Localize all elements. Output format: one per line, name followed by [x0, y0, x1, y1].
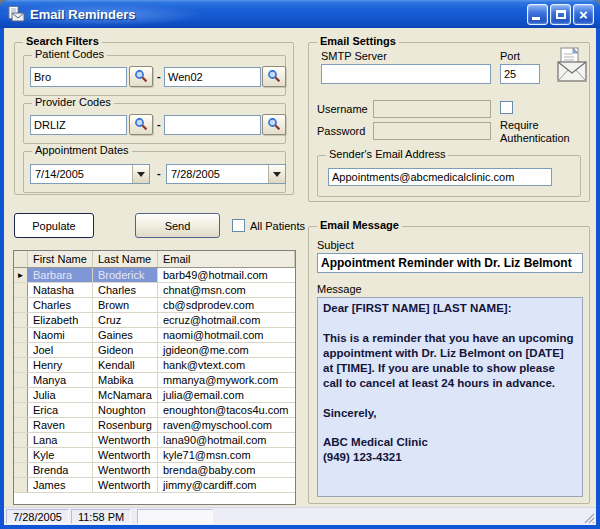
cell-last-name[interactable]: Gaines [93, 328, 158, 342]
password-input[interactable] [373, 122, 491, 140]
send-button[interactable]: Send [135, 213, 220, 238]
row-selector[interactable] [14, 298, 28, 312]
cell-email[interactable]: lana90@hotmail.com [158, 433, 295, 447]
column-header-last-name[interactable]: Last Name [93, 251, 158, 267]
cell-last-name[interactable]: Cruz [93, 313, 158, 327]
patients-grid[interactable]: First Name Last Name Email ►BarbaraBrode… [13, 250, 296, 505]
maximize-button[interactable] [550, 4, 571, 25]
cell-first-name[interactable]: Kyle [28, 448, 93, 462]
cell-first-name[interactable]: Charles [28, 298, 93, 312]
cell-last-name[interactable]: Kendall [93, 358, 158, 372]
cell-first-name[interactable]: Naomi [28, 328, 93, 342]
cell-last-name[interactable]: Wentworth [93, 478, 158, 492]
table-row[interactable]: NatashaCharleschnat@msn.com [14, 283, 295, 298]
cell-first-name[interactable]: Manya [28, 373, 93, 387]
provider-code-to-input[interactable] [164, 115, 261, 135]
cell-last-name[interactable]: Wentworth [93, 448, 158, 462]
table-row[interactable]: KyleWentworthkyle71@msn.com [14, 448, 295, 463]
table-row[interactable]: HenryKendallhank@vtext.com [14, 358, 295, 373]
row-selector[interactable] [14, 358, 28, 372]
cell-email[interactable]: hank@vtext.com [158, 358, 295, 372]
table-row[interactable]: RavenRosenburgraven@myschool.com [14, 418, 295, 433]
row-selector[interactable] [14, 433, 28, 447]
cell-email[interactable]: kyle71@msn.com [158, 448, 295, 462]
cell-first-name[interactable]: Joel [28, 343, 93, 357]
sender-email-input[interactable] [328, 168, 552, 186]
cell-email[interactable]: enoughton@tacos4u.com [158, 403, 295, 417]
cell-first-name[interactable]: Brenda [28, 463, 93, 477]
table-row[interactable]: NaomiGainesnaomi@hotmail.com [14, 328, 295, 343]
cell-last-name[interactable]: Rosenburg [93, 418, 158, 432]
row-selector[interactable] [14, 313, 28, 327]
row-selector[interactable] [14, 388, 28, 402]
cell-first-name[interactable]: Julia [28, 388, 93, 402]
cell-email[interactable]: raven@myschool.com [158, 418, 295, 432]
cell-last-name[interactable]: Gideon [93, 343, 158, 357]
table-row[interactable]: BrendaWentworthbrenda@baby.com [14, 463, 295, 478]
dropdown-arrow-button[interactable] [132, 165, 149, 183]
all-patients-checkbox[interactable] [232, 219, 245, 232]
close-button[interactable]: × [573, 4, 594, 25]
row-selector[interactable] [14, 478, 28, 492]
cell-last-name[interactable]: Noughton [93, 403, 158, 417]
row-selector[interactable] [14, 373, 28, 387]
provider-code-to-lookup-button[interactable] [262, 114, 286, 135]
populate-button[interactable]: Populate [14, 213, 94, 238]
table-row[interactable]: JuliaMcNamarajulia@email.com [14, 388, 295, 403]
table-row[interactable]: JoelGideonjgideon@me.com [14, 343, 295, 358]
cell-email[interactable]: ecruz@hotmail.com [158, 313, 295, 327]
dropdown-arrow-button[interactable] [268, 165, 285, 183]
cell-last-name[interactable]: Brown [93, 298, 158, 312]
minimize-button[interactable] [527, 4, 548, 25]
cell-last-name[interactable]: McNamara [93, 388, 158, 402]
titlebar[interactable]: Email Reminders × [0, 0, 600, 28]
table-row[interactable]: LanaWentworthlana90@hotmail.com [14, 433, 295, 448]
table-row[interactable]: JamesWentworthjimmy@cardiff.com [14, 478, 295, 493]
port-input[interactable] [500, 64, 540, 84]
cell-email[interactable]: mmanya@mywork.com [158, 373, 295, 387]
require-authentication-checkbox[interactable] [500, 101, 513, 114]
smtp-server-input[interactable] [321, 64, 491, 84]
cell-email[interactable]: naomi@hotmail.com [158, 328, 295, 342]
cell-email[interactable]: jgideon@me.com [158, 343, 295, 357]
cell-email[interactable]: brenda@baby.com [158, 463, 295, 477]
appointment-date-to-dropdown[interactable]: 7/28/2005 [166, 164, 286, 184]
appointment-date-from-dropdown[interactable]: 7/14/2005 [30, 164, 150, 184]
message-textarea[interactable]: Dear [FIRST NAME] [LAST NAME]: This is a… [317, 297, 583, 497]
row-selector[interactable] [14, 403, 28, 417]
column-header-email[interactable]: Email [158, 251, 295, 267]
row-selector[interactable] [14, 343, 28, 357]
cell-last-name[interactable]: Wentworth [93, 463, 158, 477]
resize-grip-icon[interactable] [581, 510, 596, 525]
cell-first-name[interactable]: Raven [28, 418, 93, 432]
subject-input[interactable] [317, 253, 583, 273]
cell-email[interactable]: cb@sdprodev.com [158, 298, 295, 312]
row-selector[interactable] [14, 448, 28, 462]
username-input[interactable] [373, 100, 491, 118]
patient-code-to-input[interactable] [164, 67, 261, 87]
cell-last-name[interactable]: Wentworth [93, 433, 158, 447]
cell-first-name[interactable]: Natasha [28, 283, 93, 297]
table-row[interactable]: CharlesBrowncb@sdprodev.com [14, 298, 295, 313]
row-selector[interactable]: ► [14, 268, 28, 282]
row-selector[interactable] [14, 328, 28, 342]
table-row[interactable]: ManyaMabikammanya@mywork.com [14, 373, 295, 388]
row-selector[interactable] [14, 418, 28, 432]
cell-email[interactable]: chnat@msn.com [158, 283, 295, 297]
cell-first-name[interactable]: Henry [28, 358, 93, 372]
cell-last-name[interactable]: Broderick [93, 268, 158, 282]
cell-email[interactable]: jimmy@cardiff.com [158, 478, 295, 492]
cell-first-name[interactable]: Erica [28, 403, 93, 417]
cell-last-name[interactable]: Mabika [93, 373, 158, 387]
cell-email[interactable]: barb49@hotmail.com [158, 268, 295, 282]
column-header-first-name[interactable]: First Name [28, 251, 93, 267]
cell-first-name[interactable]: Lana [28, 433, 93, 447]
row-selector[interactable] [14, 283, 28, 297]
cell-first-name[interactable]: James [28, 478, 93, 492]
provider-code-from-lookup-button[interactable] [129, 114, 153, 135]
provider-code-from-input[interactable] [30, 115, 127, 135]
row-selector[interactable] [14, 463, 28, 477]
cell-last-name[interactable]: Charles [93, 283, 158, 297]
patient-code-to-lookup-button[interactable] [262, 66, 286, 87]
cell-first-name[interactable]: Barbara [28, 268, 93, 282]
